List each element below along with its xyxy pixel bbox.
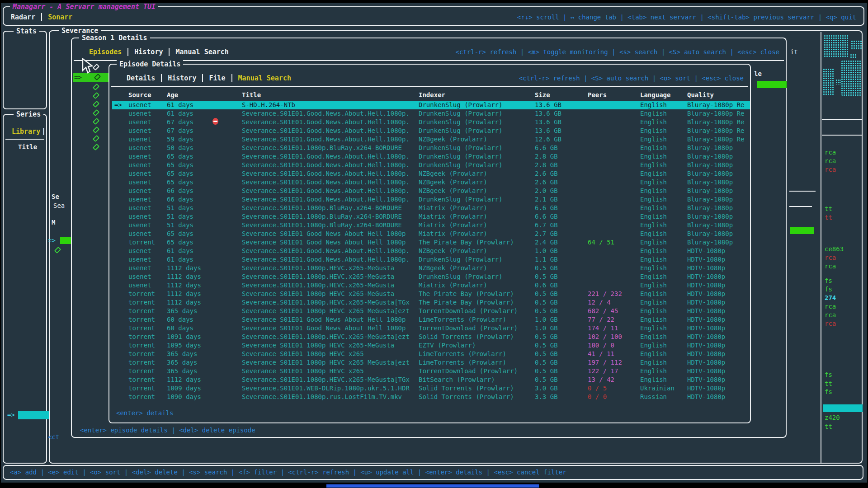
tab-episodes[interactable]: Episodes bbox=[89, 48, 122, 56]
bar-fragment bbox=[822, 135, 862, 136]
header-quality[interactable]: Quality bbox=[687, 91, 749, 99]
series-list-item[interactable]: Dark Ga bbox=[21, 428, 52, 436]
search-result-row[interactable]: => usenet 61 days S-HD.H.264-NTb Drunken… bbox=[112, 101, 750, 109]
search-result-row[interactable]: usenet 61 days Severance.S01E01.Good.New… bbox=[112, 255, 750, 264]
series-list-item[interactable]: The Way bbox=[21, 188, 52, 196]
series-list-item[interactable]: Paradis bbox=[21, 454, 52, 462]
cell-peers: 64 / 51 bbox=[588, 238, 638, 247]
series-list-item[interactable]: Keijo!! bbox=[21, 248, 52, 256]
search-result-row[interactable]: torrent 65 days Severance S01E01 Good Ne… bbox=[112, 238, 750, 247]
search-result-row[interactable]: usenet 66 days Severance.S01E01.Good.New… bbox=[112, 195, 750, 204]
series-list-item[interactable]: Altered bbox=[21, 436, 52, 445]
series-list-item[interactable]: The Tra bbox=[21, 368, 52, 376]
series-list-item[interactable]: Hunter bbox=[21, 196, 52, 205]
search-result-row[interactable]: usenet 51 days Severance.S01E01.1080p.Bl… bbox=[112, 212, 750, 221]
search-result-row[interactable]: torrent 1112 days Severance.S01E01.1080p… bbox=[112, 298, 750, 307]
cell-quality: HDTV-1080p bbox=[687, 333, 749, 341]
search-result-row[interactable]: usenet 61 days Severance.S01E01.Good.New… bbox=[112, 247, 750, 255]
search-result-row[interactable]: torrent 60 days Severance S01E01 Good Ne… bbox=[112, 324, 750, 333]
series-list-item[interactable]: Severan bbox=[18, 411, 52, 419]
search-result-row[interactable]: usenet 1112 days Severance.S01E01.1080p.… bbox=[112, 264, 750, 272]
tab-season-manual-search[interactable]: Manual Search bbox=[169, 48, 228, 56]
series-list-item[interactable]: Yosuga bbox=[21, 162, 52, 170]
search-result-row[interactable]: torrent 365 days Severance S01E01 1080p … bbox=[112, 367, 750, 375]
series-list-item[interactable]: Batwhee bbox=[21, 445, 52, 454]
series-list-item[interactable]: It's Al bbox=[21, 359, 52, 368]
series-list-item[interactable]: Tsunami bbox=[21, 273, 52, 282]
series-list-item[interactable]: The Off bbox=[21, 351, 52, 359]
cell-language: English bbox=[640, 161, 685, 169]
search-result-row[interactable]: torrent 60 days Severance S01E01 Good Ne… bbox=[112, 315, 750, 324]
search-result-row[interactable]: torrent 1112 days Severance S01E01 1080p… bbox=[112, 290, 750, 298]
series-list-item[interactable]: The Nan bbox=[21, 376, 52, 385]
tab-library[interactable]: Library bbox=[12, 127, 40, 136]
search-result-row[interactable]: torrent 365 days Severance S01E01 1080p … bbox=[112, 350, 750, 358]
tab-radarr[interactable]: Radarr bbox=[11, 13, 35, 21]
search-result-row[interactable]: usenet 59 days Severance.S01E01.Good.New… bbox=[112, 135, 750, 144]
search-result-row[interactable]: torrent 1091 days Severance.S01E01.1080p… bbox=[112, 333, 750, 341]
search-result-row[interactable]: usenet 66 days Severance.S01E01.Good.New… bbox=[112, 187, 750, 195]
search-result-row[interactable]: torrent 365 days Severance S01E01 1080p … bbox=[112, 358, 750, 367]
search-result-row[interactable]: torrent 365 days Severance S01E01 1080p … bbox=[112, 307, 750, 315]
search-result-row[interactable]: usenet 67 days Severance.S01E01.Good.New… bbox=[112, 118, 750, 127]
series-list-item[interactable]: Flight bbox=[21, 291, 52, 299]
cell-indexer: BitSearch (Prowlarr) bbox=[419, 375, 533, 384]
series-list-item[interactable]: The Emp bbox=[21, 239, 52, 248]
search-result-row[interactable]: usenet 65 days Severance.S01E01.Good.New… bbox=[112, 169, 750, 178]
tab-sonarr[interactable]: Sonarr bbox=[41, 13, 72, 21]
series-list-item[interactable]: The Rev bbox=[21, 333, 52, 342]
series-list-item[interactable]: Marvel' bbox=[21, 419, 52, 428]
tab-manual-search[interactable]: Manual Search bbox=[231, 74, 291, 82]
series-list-item[interactable]: Sons of bbox=[21, 316, 52, 325]
series-list-item[interactable]: The Qwa bbox=[21, 170, 52, 179]
header-age[interactable]: Age bbox=[167, 91, 178, 99]
series-list-item[interactable]: Little bbox=[21, 213, 52, 222]
cell-indexer: DrunkenSlug (Prowlarr) bbox=[419, 161, 533, 169]
series-list-item[interactable]: Netflix bbox=[21, 394, 52, 402]
series-list-item[interactable]: PEN15 bbox=[21, 342, 52, 351]
series-list-item[interactable]: Overflo bbox=[21, 265, 52, 273]
tab-history[interactable]: History bbox=[161, 74, 196, 82]
tab-season-history[interactable]: History bbox=[127, 48, 163, 56]
header-language[interactable]: Language bbox=[640, 91, 685, 99]
series-list-item[interactable]: Washing bbox=[21, 325, 52, 333]
search-result-row[interactable]: usenet 65 days Severance.S01E01.Good.New… bbox=[112, 161, 750, 169]
search-result-row[interactable]: usenet 1112 days Severance.S01E01.1080p.… bbox=[112, 281, 750, 290]
search-result-row[interactable]: usenet 65 days Severance.S01E01.Good.New… bbox=[112, 152, 750, 161]
search-result-row[interactable]: usenet 65 days Severance S01E01 Good New… bbox=[112, 230, 750, 238]
tab-file[interactable]: File bbox=[202, 74, 225, 82]
cell-indexer: NZBgeek (Prowlarr) bbox=[419, 178, 533, 187]
search-result-row[interactable]: usenet 51 days Severance.S01E01.1080p.Bl… bbox=[112, 204, 750, 212]
tab-details[interactable]: Details bbox=[127, 74, 155, 82]
cell-language: English bbox=[640, 290, 685, 298]
series-list-item[interactable]: Valkyri bbox=[21, 153, 52, 162]
search-result-row[interactable]: usenet 65 days Severance.S01E01.Good.New… bbox=[112, 178, 750, 187]
series-list-item[interactable]: The Gri bbox=[21, 256, 52, 265]
series-list-item[interactable]: DAN DA bbox=[21, 385, 52, 394]
cell-quality: Bluray-1080p bbox=[687, 230, 749, 238]
search-result-row[interactable]: usenet 51 days Severance.S01E01.1080p.Bl… bbox=[112, 221, 750, 230]
search-result-row[interactable]: torrent 1090 days Severance.S01E01.1080p… bbox=[112, 393, 750, 401]
header-source[interactable]: Source bbox=[128, 91, 151, 99]
header-title[interactable]: Title bbox=[242, 91, 416, 99]
header-size[interactable]: Size bbox=[535, 91, 585, 99]
cell-peers: 221 / 232 bbox=[588, 290, 638, 298]
header-peers[interactable]: Peers bbox=[588, 91, 638, 99]
series-list-item[interactable]: Homeste bbox=[21, 308, 52, 316]
series-list-item[interactable]: Mask Gi bbox=[21, 222, 52, 230]
search-result-row[interactable]: torrent 1112 days Severance.S01E01.1080p… bbox=[112, 375, 750, 384]
series-list-item[interactable]: Chillin bbox=[21, 179, 52, 188]
search-result-row[interactable]: usenet 67 days Severance.S01E01.Good.New… bbox=[112, 127, 750, 135]
series-list-item[interactable]: The Nig bbox=[21, 402, 52, 411]
search-result-row[interactable]: usenet 50 days Severance.S01E01.1080p.Bl… bbox=[112, 144, 750, 152]
series-list-item[interactable]: Mad Men bbox=[21, 282, 52, 291]
header-indexer[interactable]: Indexer bbox=[419, 91, 533, 99]
series-list-item[interactable]: The Emp bbox=[21, 230, 52, 239]
search-result-row[interactable]: torrent 1095 days Severance S01E01 1080p… bbox=[112, 341, 750, 350]
search-result-row[interactable]: usenet 61 days Severance.S01E01.Good.New… bbox=[112, 109, 750, 118]
search-result-row[interactable]: usenet 1112 days Severance.S01E01.1080p.… bbox=[112, 272, 750, 281]
search-result-row[interactable]: torrent 1009 days Severance.S01E01.WEB-D… bbox=[112, 384, 750, 393]
series-list-item[interactable]: Sirens bbox=[21, 299, 52, 308]
cell-size: 6.6 GB bbox=[535, 204, 585, 212]
series-list-item[interactable]: High Sc bbox=[21, 205, 52, 213]
